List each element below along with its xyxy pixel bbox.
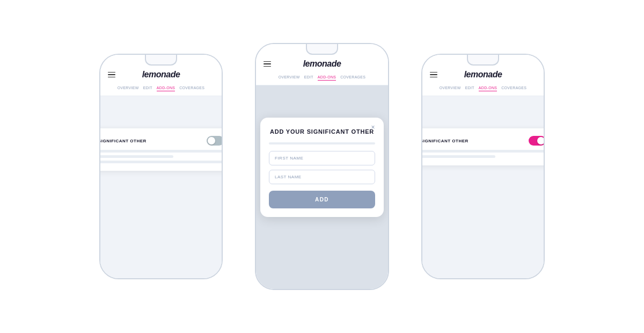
right-toggle-card: SIGNIFICANT OTHER [422, 128, 544, 165]
hamburger-icon-left[interactable] [108, 72, 115, 78]
right-nav-coverages[interactable]: COVERAGES [501, 85, 526, 91]
phone-notch-right [467, 55, 499, 66]
left-card-line-3 [100, 161, 222, 163]
right-card-line-2 [422, 155, 495, 158]
left-toggle-card: SIGNIFICANT OTHER [100, 128, 222, 171]
modal-overlay: × ADD YOUR SIGNIFICANT OTHER ADD [256, 85, 388, 289]
left-nav-coverages[interactable]: COVERAGES [179, 85, 204, 91]
left-logo: lemonade [142, 70, 180, 79]
center-phone-body: × ADD YOUR SIGNIFICANT OTHER ADD [256, 85, 388, 289]
right-toggle-switch[interactable] [529, 136, 544, 146]
modal-close-button[interactable]: × [369, 123, 377, 132]
left-nav-edit[interactable]: EDIT [143, 85, 152, 91]
left-card-line-1 [100, 150, 222, 153]
center-nav-edit[interactable]: EDIT [304, 74, 313, 81]
right-phone-body: SIGNIFICANT OTHER [422, 96, 544, 278]
left-card-line-2 [100, 155, 173, 158]
left-card-title: SIGNIFICANT OTHER [100, 139, 147, 143]
left-phone: lemonade OVERVIEW EDIT ADD-ONS COVERAGES… [99, 54, 223, 279]
modal-card: × ADD YOUR SIGNIFICANT OTHER ADD [260, 118, 384, 217]
left-toggle-switch[interactable] [207, 136, 222, 146]
left-phone-header-top: lemonade [108, 70, 214, 79]
left-phone-body: SIGNIFICANT OTHER [100, 96, 222, 278]
right-logo: lemonade [464, 70, 502, 79]
center-logo: lemonade [303, 59, 341, 69]
left-nav-addons[interactable]: ADD-ONS [157, 85, 175, 91]
left-toggle-card-header: SIGNIFICANT OTHER [100, 136, 222, 146]
first-name-input[interactable] [269, 151, 375, 165]
right-toggle-card-header: SIGNIFICANT OTHER [422, 136, 544, 146]
center-phone-nav: OVERVIEW EDIT ADD-ONS COVERAGES [264, 74, 380, 81]
right-toggle-knob [537, 137, 544, 144]
center-nav-coverages[interactable]: COVERAGES [340, 74, 365, 81]
last-name-input[interactable] [269, 170, 375, 184]
right-phone-header-top: lemonade [430, 70, 536, 79]
modal-title: ADD YOUR SIGNIFICANT OTHER [269, 128, 375, 135]
left-toggle-knob [208, 137, 215, 144]
add-button[interactable]: ADD [269, 191, 375, 208]
center-nav-overview[interactable]: OVERVIEW [279, 74, 300, 81]
left-phone-screen: lemonade OVERVIEW EDIT ADD-ONS COVERAGES… [100, 55, 222, 278]
right-phone-nav: OVERVIEW EDIT ADD-ONS COVERAGES [430, 85, 536, 91]
modal-subtitle-line [269, 142, 375, 144]
center-phone-header-top: lemonade [264, 59, 380, 69]
center-phone-screen: lemonade OVERVIEW EDIT ADD-ONS COVERAGES… [256, 44, 388, 289]
center-nav-addons[interactable]: ADD-ONS [318, 74, 336, 81]
phone-notch-center [306, 44, 338, 55]
right-card-line-1 [422, 150, 544, 153]
left-phone-nav: OVERVIEW EDIT ADD-ONS COVERAGES [108, 85, 214, 91]
hamburger-icon-center[interactable] [264, 61, 271, 67]
left-nav-overview[interactable]: OVERVIEW [118, 85, 139, 91]
center-phone: lemonade OVERVIEW EDIT ADD-ONS COVERAGES… [255, 43, 389, 290]
hamburger-icon-right[interactable] [430, 72, 437, 78]
right-nav-edit[interactable]: EDIT [465, 85, 474, 91]
right-phone: lemonade OVERVIEW EDIT ADD-ONS COVERAGES… [421, 54, 545, 279]
right-nav-overview[interactable]: OVERVIEW [440, 85, 461, 91]
right-nav-addons[interactable]: ADD-ONS [479, 85, 497, 91]
phone-notch-left [145, 55, 177, 66]
right-card-title: SIGNIFICANT OTHER [422, 139, 469, 143]
scene: lemonade OVERVIEW EDIT ADD-ONS COVERAGES… [0, 43, 644, 290]
right-phone-screen: lemonade OVERVIEW EDIT ADD-ONS COVERAGES… [422, 55, 544, 278]
